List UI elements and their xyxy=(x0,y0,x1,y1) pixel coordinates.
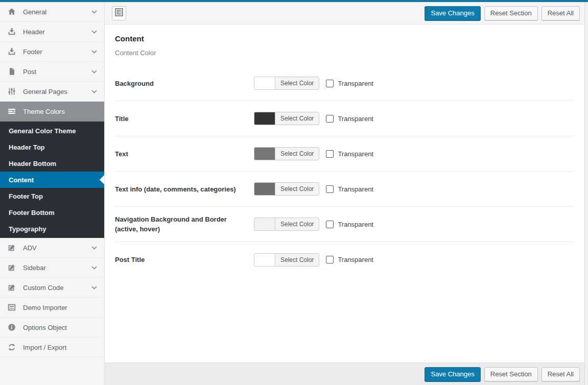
color-picker-button[interactable]: Select Color xyxy=(254,253,319,267)
refresh-icon xyxy=(7,343,17,352)
sidebar-item-label: Footer xyxy=(23,48,42,56)
reset-all-button[interactable]: Reset All xyxy=(542,6,580,20)
edit-icon xyxy=(7,263,17,272)
bottom-toolbar: Save Changes Reset Section Reset All xyxy=(105,363,584,385)
sidebar-item-label: General Pages xyxy=(23,88,67,95)
reset-section-button-bottom[interactable]: Reset Section xyxy=(484,367,538,381)
transparent-checkbox[interactable] xyxy=(326,185,334,193)
edit-icon xyxy=(7,243,17,252)
content-panel: Save Changes Reset Section Reset All Con… xyxy=(105,2,585,385)
color-picker-button[interactable]: Select Color xyxy=(254,147,319,160)
color-swatch xyxy=(254,218,275,230)
section-subtitle: Content Color xyxy=(115,49,573,57)
screen-icon xyxy=(7,303,17,312)
submenu-item-label: Header Bottom xyxy=(9,160,56,167)
option-label: Post Title xyxy=(115,255,254,264)
sidebar: General Header Footer xyxy=(0,2,105,385)
chevron-down-icon xyxy=(91,30,97,34)
sidebar-item-label: Theme Colors xyxy=(23,108,65,115)
submenu-item-label: Header Top xyxy=(9,143,45,151)
sidebar-filler xyxy=(0,357,104,385)
chevron-down-icon xyxy=(91,266,97,270)
color-picker-button[interactable]: Select Color xyxy=(254,218,319,231)
transparent-checkbox[interactable] xyxy=(326,256,334,263)
section-title: Content xyxy=(115,34,573,43)
transparent-label: Transparent xyxy=(338,185,373,193)
transparent-label: Transparent xyxy=(338,256,373,263)
option-row-text-info: Text info (date, comments, categories) S… xyxy=(115,172,573,207)
sidebar-item-general-pages[interactable]: General Pages xyxy=(0,82,104,102)
option-controls: Select Color Transparent xyxy=(254,77,373,90)
transparent-checkbox[interactable] xyxy=(326,150,334,158)
option-label: Text info (date, comments, categories) xyxy=(115,184,254,194)
theme-options-panel: General Header Footer xyxy=(0,0,588,385)
save-changes-button-bottom[interactable]: Save Changes xyxy=(425,367,480,381)
color-picker-button[interactable]: Select Color xyxy=(254,112,319,125)
select-color-label: Select Color xyxy=(275,77,319,89)
sidebar-item-label: Post xyxy=(23,68,36,76)
submenu-item-label: Footer Top xyxy=(9,192,43,200)
submenu-item-label: Content xyxy=(9,176,34,184)
option-label: Title xyxy=(115,114,254,124)
main-layout: General Header Footer xyxy=(0,2,588,385)
submenu-item-label: Footer Bottom xyxy=(9,209,55,216)
transparent-label: Transparent xyxy=(338,115,373,123)
color-picker-button[interactable]: Select Color xyxy=(254,182,319,196)
submenu-item-label: General Color Theme xyxy=(9,127,76,135)
sliders-icon xyxy=(7,87,17,96)
sidebar-item-sidebar[interactable]: Sidebar xyxy=(0,258,104,278)
post-icon xyxy=(7,67,17,76)
color-picker-button[interactable]: Select Color xyxy=(254,77,319,90)
transparent-checkbox[interactable] xyxy=(326,80,334,87)
expand-options-button[interactable] xyxy=(112,6,126,20)
sidebar-item-adv[interactable]: ADV xyxy=(0,238,104,258)
transparent-label: Transparent xyxy=(338,80,373,87)
sidebar-item-custom-code[interactable]: Custom Code xyxy=(0,278,104,298)
select-color-label: Select Color xyxy=(275,112,319,125)
download-icon xyxy=(7,47,17,56)
theme-colors-submenu: General Color Theme Header Top Header Bo… xyxy=(0,122,104,238)
sidebar-item-general[interactable]: General xyxy=(0,2,104,22)
sidebar-item-post[interactable]: Post xyxy=(0,62,104,82)
sidebar-item-theme-colors[interactable]: Theme Colors xyxy=(0,102,104,122)
sidebar-item-demo-importer[interactable]: Demo Importer xyxy=(0,298,104,318)
color-swatch xyxy=(254,254,275,266)
section-body: Content Content Color Background Select … xyxy=(105,25,584,363)
submenu-item-header-bottom[interactable]: Header Bottom xyxy=(0,155,104,172)
sidebar-item-footer[interactable]: Footer xyxy=(0,42,104,62)
option-row-text: Text Select Color Transparent xyxy=(115,136,573,172)
sidebar-item-options-object[interactable]: Options Object xyxy=(0,318,104,338)
option-controls: Select Color Transparent xyxy=(254,182,373,196)
submenu-item-general-color-theme[interactable]: General Color Theme xyxy=(0,123,104,139)
sidebar-item-label: Custom Code xyxy=(23,284,63,292)
lines-icon xyxy=(7,107,17,116)
color-swatch xyxy=(254,148,275,160)
option-controls: Select Color Transparent xyxy=(254,147,373,160)
sidebar-item-label: Import / Export xyxy=(23,344,66,351)
transparent-checkbox[interactable] xyxy=(326,221,334,228)
save-changes-button[interactable]: Save Changes xyxy=(425,6,480,20)
option-row-background: Background Select Color Transparent xyxy=(115,66,573,101)
submenu-item-footer-top[interactable]: Footer Top xyxy=(0,188,104,204)
sidebar-item-label: Sidebar xyxy=(23,264,46,272)
option-controls: Select Color Transparent xyxy=(254,218,373,231)
sidebar-item-import-export[interactable]: Import / Export xyxy=(0,338,104,357)
select-color-label: Select Color xyxy=(275,148,319,160)
transparent-label: Transparent xyxy=(338,150,373,158)
sidebar-item-header[interactable]: Header xyxy=(0,22,104,42)
submenu-item-header-top[interactable]: Header Top xyxy=(0,139,104,155)
chevron-down-icon xyxy=(91,246,97,250)
option-row-title: Title Select Color Transparent xyxy=(115,101,573,136)
option-row-navigation: Navigation Background and Border (active… xyxy=(115,207,573,242)
reset-section-button[interactable]: Reset Section xyxy=(484,6,538,20)
layout-icon xyxy=(115,8,123,18)
submenu-item-content-active[interactable]: Content xyxy=(0,172,104,188)
download-icon xyxy=(7,27,17,36)
submenu-item-typography[interactable]: Typography xyxy=(0,221,104,237)
reset-all-button-bottom[interactable]: Reset All xyxy=(542,367,580,381)
select-color-label: Select Color xyxy=(275,183,319,195)
home-icon xyxy=(7,7,17,16)
submenu-item-footer-bottom[interactable]: Footer Bottom xyxy=(0,204,104,221)
transparent-checkbox[interactable] xyxy=(326,115,334,123)
sidebar-item-label: Demo Importer xyxy=(23,304,67,311)
